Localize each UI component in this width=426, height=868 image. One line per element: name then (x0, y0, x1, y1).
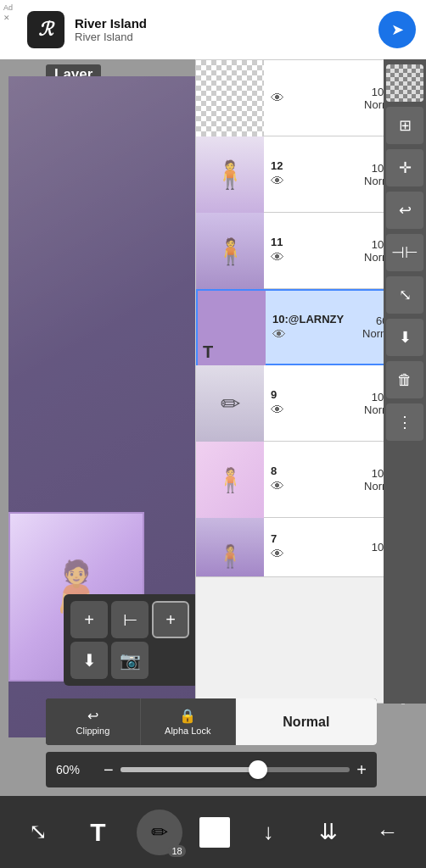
layer-thumb-10: T (198, 291, 266, 367)
down-arrow-icon: ↓ (263, 819, 274, 845)
layer-eye-icon[interactable]: 👁 (272, 327, 349, 342)
delete-tool-button[interactable]: 🗑 (386, 361, 423, 398)
layer-thumb-7: 🧍 (196, 518, 264, 577)
text-layer-icon: T (203, 342, 213, 362)
layer-eye-icon[interactable]: 👁 (271, 547, 358, 562)
layer-thumb-8: 🧍 (196, 442, 264, 518)
camera-button[interactable]: 📷 (111, 642, 149, 679)
add-layer-button[interactable]: + (70, 601, 108, 638)
text-tool-button[interactable]: T (76, 811, 119, 854)
layer-item[interactable]: ✏ 9 👁 100% Normal (196, 365, 406, 442)
ad-arrow-icon[interactable] (378, 11, 416, 48)
layer-panel: 👁 100% Normal 🧍 12 👁 100% Normal (195, 59, 407, 704)
checker-tool-button[interactable] (386, 64, 423, 102)
brush-size-badge: 18 (168, 845, 185, 857)
clipping-icon: ↩ (87, 708, 98, 724)
layer-eye-icon[interactable]: 👁 (271, 479, 350, 494)
undo-tool-button[interactable]: ↩ (386, 192, 423, 229)
layer-item[interactable]: 👁 100% Normal (196, 60, 406, 136)
alpha-lock-label: Alpha Lock (165, 726, 210, 736)
color-swatch[interactable] (199, 817, 230, 848)
layer-item[interactable]: 🧍 7 👁 100% (196, 518, 406, 577)
down-arrow-button[interactable]: ↓ (247, 811, 289, 854)
layer-eye-icon[interactable]: 👁 (271, 174, 350, 189)
ad-title: River Island (75, 16, 368, 31)
layer-info-top: 👁 (264, 60, 357, 136)
opacity-value: 60% (56, 763, 97, 776)
back-icon: ← (377, 819, 399, 845)
right-tools-panel: ⊞ ✛ ↩ ⊣⊢ ⤡ ⬇ 🗑 ⋮ (384, 59, 426, 704)
layer-info-7: 7 👁 (264, 518, 365, 576)
opacity-slider-track[interactable] (121, 767, 350, 772)
clipping-label: Clipping (76, 726, 110, 736)
layer-thumb-9: ✏ (196, 365, 264, 442)
double-down-icon: ⇊ (319, 819, 338, 845)
ad-text: River Island River Island (75, 16, 368, 43)
layers-tool-button[interactable]: ⊞ (386, 107, 423, 144)
brush-icon: ✏ (151, 821, 168, 844)
layer-item[interactable]: 🧍 11 👁 100% Normal (196, 213, 406, 289)
ad-logo: ℛ (27, 11, 64, 48)
opacity-slider-bar: 60% − + (46, 752, 377, 787)
brush-tool-button[interactable]: ✏ 18 (137, 810, 182, 855)
clipping-button[interactable]: ↩ Clipping (46, 698, 141, 745)
opacity-slider-thumb[interactable] (249, 760, 267, 779)
layer-info-9: 9 👁 (264, 365, 357, 441)
alpha-lock-button[interactable]: 🔒 Alpha Lock (141, 698, 236, 745)
transform-icon: ⤡ (29, 819, 48, 845)
layer-thumb-12: 🧍 (196, 136, 264, 213)
layer-item-selected[interactable]: T 10:@LARNZY 👁 60% Normal (196, 289, 406, 365)
layer-thumb-11: 🧍 (196, 213, 264, 289)
down-tool-button[interactable]: ⬇ (386, 319, 423, 356)
layer-info-10: 10:@LARNZY 👁 (266, 291, 356, 364)
layer-item[interactable]: 🧍 12 👁 100% Normal (196, 136, 406, 213)
layer-eye-icon[interactable]: 👁 (271, 403, 350, 418)
layer-info-12: 12 👁 (264, 136, 357, 212)
merge-layer-button[interactable]: ⬇ (70, 642, 108, 679)
layer-item[interactable]: 🧍 8 👁 100% Normal (196, 442, 406, 518)
layer-thumb-top (196, 60, 264, 136)
transform-button[interactable]: ⤡ (17, 811, 59, 854)
bottom-toolbar: ⤡ T ✏ 18 ↓ ⇊ ← (0, 796, 426, 868)
blend-mode-display[interactable]: Normal (236, 698, 377, 745)
layer-info-11: 11 👁 (264, 213, 357, 288)
ad-subtitle: River Island (75, 31, 368, 43)
ad-banner[interactable]: Ad ✕ ℛ River Island River Island (0, 0, 426, 59)
double-down-button[interactable]: ⇊ (307, 811, 350, 854)
layer-bottom-controls: + ⊢ + ⬇ 📷 (64, 594, 199, 686)
opacity-increase-button[interactable]: + (356, 760, 367, 780)
flip-tool-button[interactable]: ⊣⊢ (386, 234, 423, 271)
layer-eye-icon[interactable]: 👁 (271, 91, 350, 106)
layer-info-8: 8 👁 (264, 442, 357, 517)
text-icon: T (90, 818, 105, 847)
alpha-lock-icon: 🔒 (179, 708, 196, 724)
action-bar: ↩ Clipping 🔒 Alpha Lock Normal (46, 698, 377, 745)
copy-layer-button[interactable]: ⊢ (111, 601, 149, 638)
scale-tool-button[interactable]: ⤡ (386, 276, 423, 314)
ad-label: Ad ✕ (3, 3, 13, 22)
opacity-slider-fill (121, 767, 258, 772)
group-layer-button[interactable]: + (152, 601, 189, 638)
opacity-decrease-button[interactable]: − (104, 760, 114, 780)
layer-eye-icon[interactable]: 👁 (271, 250, 350, 265)
back-button[interactable]: ← (367, 811, 409, 854)
move-tool-button[interactable]: ✛ (386, 149, 423, 186)
more-tool-button[interactable]: ⋮ (386, 403, 423, 441)
main-area: Layer 🧍 + ⊢ + ⬇ 📷 👁 100% Normal (0, 59, 426, 868)
